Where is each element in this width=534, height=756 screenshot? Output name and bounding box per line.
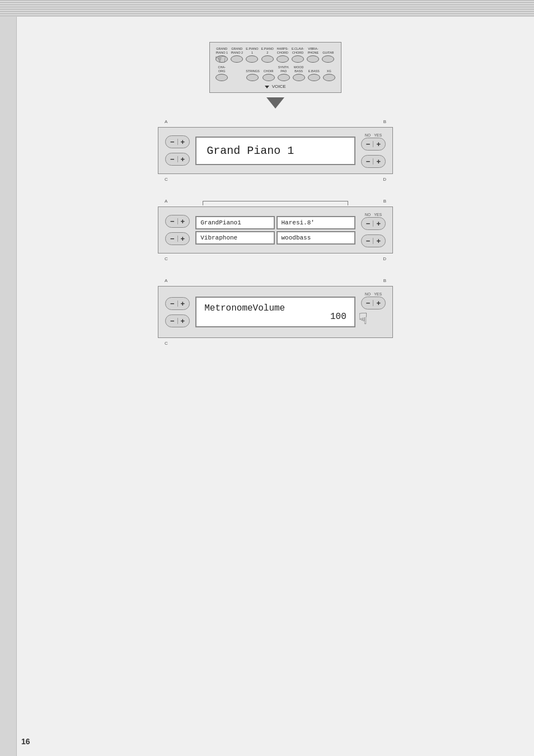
voice-btn-cha-org[interactable]: CHA-ORG <box>216 65 228 81</box>
panel3-right-top: NO YES − + <box>361 292 386 309</box>
panel2-left-bottom: − + <box>165 232 190 245</box>
panel1-label-b: B <box>383 119 386 124</box>
voice-btn-e-bass[interactable]: E.BASS <box>308 69 320 82</box>
hand-cursor-2-icon: ☟ <box>358 309 368 328</box>
arrow-down <box>209 97 341 109</box>
voice-btn-choir[interactable]: CHOIR <box>263 69 275 82</box>
panel2-right-bottom: − + <box>361 234 386 247</box>
panel2-right-top-plus[interactable]: + <box>376 219 381 228</box>
voice-btn-grand-piano-2[interactable]: GRANDPIANO 2 <box>231 47 243 63</box>
panel2-cell-1: GrandPiano1 <box>195 216 274 229</box>
panel1-right-bottom-plus[interactable]: + <box>376 157 381 166</box>
panel1-right-top-minus[interactable]: − <box>366 140 371 148</box>
panel3-diagram: A B C − + − + <box>39 276 512 338</box>
left-sidebar <box>0 17 17 756</box>
panel2-right-bottom-minus[interactable]: − <box>366 237 371 245</box>
panel1-right-top-controls: NO YES − + <box>361 133 386 151</box>
panel2: − + − + GrandPiano1 Haresi.8' <box>158 206 393 253</box>
panel1-label-a: A <box>165 119 167 124</box>
panel3-display-value: 100 <box>330 312 346 322</box>
panel1-right-controls: NO YES − + − <box>361 133 386 168</box>
panel3-right-top-plus[interactable]: + <box>376 299 381 307</box>
panel2-label-b: B <box>383 199 386 204</box>
panel3-right-top-minus[interactable]: − <box>366 299 371 307</box>
voice-btn-circle2[interactable] <box>231 55 243 63</box>
panel1-no-label: NO <box>365 133 371 137</box>
panel3-left-bottom: − + <box>165 314 190 327</box>
main-content: GRANDPIANO 1 GRANDPIANO 2 E.PIANO1 <box>17 17 534 756</box>
panel3-left-top-minus[interactable]: − <box>170 299 175 308</box>
panel2-left-top-minus[interactable]: − <box>170 217 175 226</box>
panel2-cell-4: woodbass <box>277 231 355 245</box>
panel2-label-d: D <box>383 256 386 261</box>
panel3-display: MetronomeVolume 100 <box>195 297 355 327</box>
voice-btn-e-piano-2[interactable]: E.PIANO2 <box>261 47 274 63</box>
panel3-left-top: − + <box>165 297 190 310</box>
panel1-left-top-minus[interactable]: − <box>170 138 175 146</box>
voice-label: VOICE <box>216 84 335 89</box>
panel2-right-top: NO YES − + <box>361 213 386 230</box>
panel2-left-top: − + <box>165 215 190 228</box>
panel3-label-a: A <box>165 278 167 283</box>
panel1-left-bottom-plus[interactable]: + <box>181 155 185 163</box>
panel1-right-top-plus[interactable]: + <box>376 140 381 148</box>
panel1-label-c: C <box>165 177 168 182</box>
voice-btn-xg[interactable]: XG <box>323 69 335 82</box>
panel2-diagram: A B C D − + − <box>39 196 512 253</box>
panel1-left-bottom-controls: − + <box>165 153 190 166</box>
panel2-left-top-plus[interactable]: + <box>181 217 185 226</box>
panel2-right-controls: NO YES − + − + <box>361 213 386 247</box>
voice-btn-harpsichord[interactable]: HARPS-CHORD <box>277 47 289 63</box>
voice-panel-diagram: GRANDPIANO 1 GRANDPIANO 2 E.PIANO1 <box>39 42 512 109</box>
panel2-yes-label: YES <box>374 213 382 217</box>
panel1-left-bottom-minus[interactable]: − <box>170 155 175 163</box>
panel3-left-bottom-minus[interactable]: − <box>170 317 175 325</box>
panel2-right-bottom-plus[interactable]: + <box>376 237 381 245</box>
voice-btn-synth-pad[interactable]: SYNTH.PAD <box>278 65 290 81</box>
panel2-cell-2: Haresi.8' <box>277 216 355 229</box>
panel2-display-grid: GrandPiano1 Haresi.8' Vibraphone woodbas… <box>195 216 355 245</box>
voice-button-panel: GRANDPIANO 1 GRANDPIANO 2 E.PIANO1 <box>209 42 341 93</box>
panel1-right-bottom-controls: − + <box>361 155 386 168</box>
voice-btn-vibraphone[interactable]: VIBRA-PHONE <box>307 47 319 63</box>
panel1-label-d: D <box>383 177 386 182</box>
panel3: − + − + MetronomeVolume 100 <box>158 286 393 338</box>
top-stripes <box>0 0 534 17</box>
panel3-left-top-plus[interactable]: + <box>181 299 185 308</box>
section-voice: GRANDPIANO 1 GRANDPIANO 2 E.PIANO1 <box>39 42 512 109</box>
panel3-yes-label: YES <box>374 292 382 296</box>
panel1: − + − + Grand Piano 1 <box>158 127 393 174</box>
panel3-right-controls: NO YES − + ☟ <box>361 292 386 332</box>
voice-btn-strings[interactable]: STRINGS <box>246 69 259 82</box>
panel1-left-controls: − + − + <box>165 135 190 166</box>
panel1-display: Grand Piano 1 <box>195 137 355 165</box>
panel3-left-controls: − + − + <box>165 297 190 327</box>
panel3-display-label: MetronomeVolume <box>204 303 346 313</box>
page-number: 16 <box>21 737 30 746</box>
section-grand-piano: A B C D − + <box>39 117 512 174</box>
panel2-cell-3: Vibraphone <box>195 231 274 245</box>
hand-cursor-icon: ☜ <box>214 51 227 67</box>
voice-btn-e-clavichord[interactable]: E.CLAVI-CHORD <box>292 47 305 63</box>
panel1-left-top-plus[interactable]: + <box>181 138 185 146</box>
panel2-no-label: NO <box>365 213 371 217</box>
panel3-no-label: NO <box>365 292 371 296</box>
voice-btn-guitar[interactable]: GUITAR <box>322 51 334 63</box>
panel1-right-bottom-minus[interactable]: − <box>366 157 371 166</box>
panel3-left-bottom-plus[interactable]: + <box>181 317 185 325</box>
panel2-connector-lines <box>203 201 348 205</box>
panel3-label-c: C <box>165 341 168 346</box>
panel2-left-bottom-plus[interactable]: + <box>181 234 185 243</box>
section-metronome: A B C − + − + <box>39 276 512 338</box>
panel2-left-controls: − + − + <box>165 215 190 245</box>
panel2-right-top-minus[interactable]: − <box>366 219 371 228</box>
panel2-label-a: A <box>165 199 167 204</box>
voice-btn-e-piano-1[interactable]: E.PIANO1 <box>246 47 258 63</box>
panel2-left-bottom-minus[interactable]: − <box>170 234 175 243</box>
panel3-right-bottom-area: ☟ <box>361 314 386 332</box>
panel2-label-c: C <box>165 256 168 261</box>
panel1-diagram: A B C D − + <box>39 117 512 174</box>
section-multi-voice: A B C D − + − <box>39 196 512 253</box>
voice-btn-label2: GRANDPIANO 2 <box>231 47 243 54</box>
voice-btn-wood-bass[interactable]: WOODBASS <box>293 65 305 81</box>
